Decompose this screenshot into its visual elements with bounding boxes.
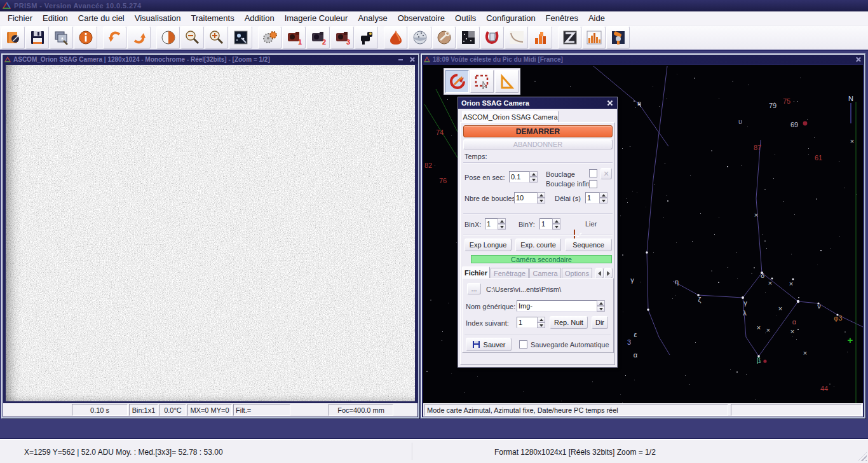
spin-up-icon[interactable] bbox=[529, 171, 538, 177]
autoguider-icon[interactable] bbox=[355, 26, 378, 49]
sequence-button[interactable]: Sequence bbox=[565, 238, 612, 251]
histogram-icon[interactable] bbox=[582, 26, 606, 49]
spin-down-icon[interactable] bbox=[537, 322, 545, 328]
tab-scroll-right-icon[interactable] bbox=[604, 268, 613, 279]
spin-up-icon[interactable] bbox=[552, 218, 560, 224]
exp-longue-button[interactable]: Exp Longue bbox=[465, 238, 512, 251]
camera-1-icon[interactable]: 1 bbox=[282, 26, 306, 49]
demarrer-button[interactable]: DEMARRER bbox=[463, 125, 613, 137]
pose-spinner[interactable] bbox=[509, 171, 538, 183]
deep-sky-image-icon[interactable] bbox=[456, 26, 480, 49]
nbre-spinner[interactable] bbox=[514, 192, 545, 204]
menu-visualisation[interactable]: Visualisation bbox=[130, 12, 186, 24]
focal-status: Foc=400.0 mm bbox=[329, 404, 393, 416]
menu-configuration[interactable]: Configuration bbox=[481, 12, 540, 24]
invert-image-icon[interactable] bbox=[558, 26, 581, 49]
measure-angle-icon[interactable] bbox=[495, 70, 519, 93]
binx-spinner[interactable] bbox=[485, 218, 506, 230]
spin-up-icon[interactable] bbox=[498, 218, 506, 224]
spin-down-icon[interactable] bbox=[537, 198, 545, 204]
bouclage-label: Bouclage bbox=[546, 170, 575, 178]
index-spinner[interactable] bbox=[517, 317, 545, 328]
browse-button[interactable]: ... bbox=[467, 283, 481, 294]
tab-ascom-orion-ssag[interactable]: ASCOM_Orion SSAG Camera bbox=[462, 111, 559, 123]
spin-down-icon[interactable] bbox=[498, 224, 506, 230]
tab-options[interactable]: Options bbox=[562, 268, 592, 279]
menu-analyse[interactable]: Analyse bbox=[353, 12, 392, 24]
stats-3d-icon[interactable] bbox=[529, 26, 552, 49]
autosave-checkbox[interactable] bbox=[519, 340, 527, 349]
spin-up-icon[interactable] bbox=[537, 317, 545, 322]
close-icon[interactable] bbox=[606, 99, 614, 107]
select-region-icon[interactable] bbox=[470, 70, 494, 93]
info-icon[interactable] bbox=[74, 26, 97, 49]
save-file-icon[interactable] bbox=[25, 26, 49, 49]
binx-input[interactable] bbox=[485, 218, 498, 230]
image-preview-icon[interactable] bbox=[229, 26, 252, 49]
bouclage-infini-checkbox[interactable] bbox=[589, 180, 597, 188]
menu-edition[interactable]: Edition bbox=[37, 12, 73, 24]
camera-dialog-titlebar[interactable]: Orion SSAG Camera bbox=[458, 97, 617, 109]
pose-input[interactable] bbox=[509, 171, 529, 183]
delai-spinner[interactable] bbox=[585, 192, 607, 204]
spin-up-icon[interactable] bbox=[597, 300, 605, 306]
menu-observatoire[interactable]: Observatoire bbox=[393, 12, 450, 24]
chart-window-titlebar[interactable]: 18:09 Voûte céleste du Pic du Midi [Fran… bbox=[422, 55, 864, 64]
spin-down-icon[interactable] bbox=[529, 177, 538, 183]
rep-nuit-button[interactable]: Rep. Nuit bbox=[550, 316, 588, 329]
star-label: + bbox=[848, 335, 853, 345]
menu-fenetres[interactable]: Fenêtres bbox=[541, 12, 583, 24]
nom-generique-combo[interactable] bbox=[517, 300, 605, 312]
zoom-in-icon[interactable] bbox=[205, 26, 228, 49]
settings-gears-icon[interactable] bbox=[258, 26, 281, 49]
dir-button[interactable]: Dir bbox=[592, 316, 608, 329]
tab-fenetrage[interactable]: Fenêtrage bbox=[491, 268, 529, 279]
recenter-compass-icon[interactable] bbox=[445, 70, 469, 93]
exp-courte-button[interactable]: Exp. courte bbox=[515, 238, 561, 251]
close-icon[interactable] bbox=[407, 56, 416, 63]
display-settings-icon[interactable] bbox=[50, 26, 73, 49]
menu-fichier[interactable]: Fichier bbox=[3, 12, 37, 24]
tab-scroll-left-icon[interactable] bbox=[595, 268, 604, 279]
nbre-input[interactable] bbox=[514, 192, 537, 204]
floppy-icon bbox=[472, 340, 480, 349]
open-file-icon[interactable] bbox=[1, 26, 25, 49]
bouclage-checkbox[interactable] bbox=[589, 169, 597, 177]
image-window-titlebar[interactable]: ASCOM_Orion SSAG Camera | 1280x1024 - Mo… bbox=[3, 55, 418, 64]
menu-imagerie-couleur[interactable]: Imagerie Couleur bbox=[280, 12, 353, 24]
tools-wrench-icon[interactable] bbox=[432, 26, 456, 49]
camera-3-icon[interactable]: 3 bbox=[330, 26, 354, 49]
biny-input[interactable] bbox=[539, 218, 552, 230]
undo-icon[interactable] bbox=[103, 26, 126, 49]
contrast-icon[interactable] bbox=[156, 26, 180, 49]
menu-addition[interactable]: Addition bbox=[240, 12, 280, 24]
tab-fichier[interactable]: Fichier bbox=[462, 266, 490, 279]
spin-down-icon[interactable] bbox=[597, 306, 605, 312]
menu-aide[interactable]: Aide bbox=[583, 12, 610, 24]
resize-grip[interactable] bbox=[858, 452, 867, 461]
observatory-dome-icon[interactable] bbox=[384, 26, 407, 49]
zoom-out-icon[interactable] bbox=[180, 26, 204, 49]
spin-up-icon[interactable] bbox=[599, 192, 607, 198]
nom-generique-input[interactable] bbox=[517, 300, 597, 312]
spin-up-icon[interactable] bbox=[537, 192, 545, 198]
delai-input[interactable] bbox=[585, 192, 599, 204]
index-input[interactable] bbox=[517, 317, 537, 328]
redo-icon[interactable] bbox=[127, 26, 151, 49]
biny-spinner[interactable] bbox=[539, 218, 560, 230]
image-canvas[interactable] bbox=[6, 65, 415, 401]
filter-magnet-icon[interactable] bbox=[480, 26, 504, 49]
curve-plot-icon[interactable] bbox=[505, 26, 528, 49]
sauver-button[interactable]: Sauver bbox=[466, 338, 512, 351]
spin-down-icon[interactable] bbox=[552, 224, 560, 230]
sky-globe-icon[interactable] bbox=[408, 26, 431, 49]
spin-down-icon[interactable] bbox=[599, 198, 607, 204]
menu-traitements[interactable]: Traitements bbox=[186, 12, 240, 24]
close-icon[interactable] bbox=[853, 56, 862, 63]
menu-outils[interactable]: Outils bbox=[450, 12, 481, 24]
tab-camera[interactable]: Camera bbox=[529, 268, 561, 279]
minimize-icon[interactable] bbox=[396, 56, 405, 63]
telescope-mount-icon[interactable] bbox=[606, 26, 630, 49]
menu-carte-du-ciel[interactable]: Carte du ciel bbox=[73, 12, 130, 24]
camera-2-icon[interactable]: 2 bbox=[306, 26, 330, 49]
